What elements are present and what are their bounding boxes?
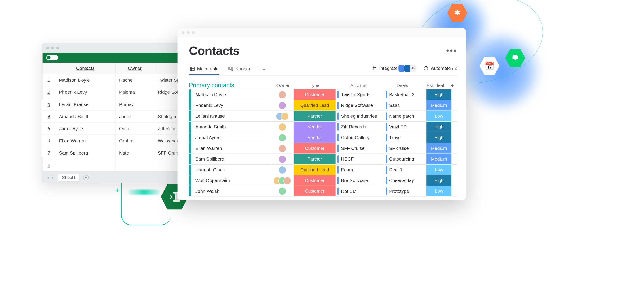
owner-cell[interactable]	[271, 111, 294, 121]
owner-cell[interactable]	[271, 132, 294, 143]
owner-avatars[interactable]	[278, 155, 286, 163]
deals-cell[interactable]: Name patch	[384, 111, 426, 121]
integrate-button[interactable]: Integrate +2	[372, 65, 417, 72]
board-title[interactable]: Contacts	[189, 44, 240, 58]
excel-cell[interactable]: Sam Spillberg	[56, 147, 116, 159]
table-row[interactable]: Wolf Oppenhaim Customer Bre Software Che…	[189, 175, 457, 186]
type-cell[interactable]: Customer	[294, 90, 336, 100]
table-row[interactable]: Madison Doyle Customer Twister Sports Ba…	[189, 89, 457, 100]
type-cell[interactable]: Partner	[294, 154, 336, 164]
account-cell[interactable]: Sheleg Industries	[336, 111, 384, 121]
est-deal-cell[interactable]: Medium	[426, 154, 452, 164]
item-name-cell[interactable]: Sam Spillberg	[191, 154, 271, 164]
excel-cell[interactable]: Paloma	[116, 86, 154, 98]
type-cell[interactable]: Vendor	[294, 122, 336, 132]
type-cell[interactable]: Customer	[294, 175, 336, 186]
table-row[interactable]: Phoenix Levy Qualified Lead Ridge Softwa…	[189, 100, 457, 110]
excel-cell[interactable]: Leilani Krause	[56, 98, 116, 110]
account-cell[interactable]: Galbu Gallery	[336, 132, 384, 143]
add-sheet-button[interactable]: +	[83, 174, 89, 180]
type-cell[interactable]: Customer	[294, 143, 336, 154]
add-view-button[interactable]: +	[260, 65, 268, 73]
owner-cell[interactable]	[271, 164, 294, 175]
excel-cell[interactable]: Jamal Ayers	[56, 123, 116, 135]
item-name-cell[interactable]: John Walsh	[191, 186, 271, 196]
owner-avatars[interactable]	[276, 112, 289, 120]
item-name-cell[interactable]: Elian Warren	[191, 143, 271, 154]
column-header-type[interactable]: Type	[294, 83, 335, 88]
column-header-est-deal[interactable]: Est. deal	[423, 83, 448, 88]
item-name-cell[interactable]: Amanda Smith	[191, 122, 271, 132]
item-name-cell[interactable]: Wolf Oppenhaim	[191, 175, 271, 186]
excel-cell[interactable]: Rachel	[116, 74, 154, 86]
est-deal-cell[interactable]: Low	[426, 164, 452, 175]
account-cell[interactable]: Bre Software	[336, 175, 384, 186]
owner-cell[interactable]	[271, 186, 294, 196]
item-name-cell[interactable]: Jamal Ayers	[191, 132, 271, 143]
account-cell[interactable]: Ecom	[336, 164, 384, 175]
sheet-nav-arrows[interactable]: ◂ ▸	[47, 175, 54, 180]
table-row[interactable]: Elian Warren Customer SFF Cruise SF crui…	[189, 143, 457, 154]
tab-kanban[interactable]: Kanban	[227, 63, 252, 75]
est-deal-cell[interactable]: High	[426, 90, 452, 100]
account-cell[interactable]: HBCF	[336, 154, 384, 164]
excel-cell[interactable]: Madison Doyle	[56, 74, 116, 86]
group-title[interactable]: Primary contacts	[189, 82, 272, 89]
excel-column-header[interactable]: Owner	[116, 63, 154, 74]
est-deal-cell[interactable]: High	[426, 122, 452, 132]
deals-cell[interactable]: SF cruise	[384, 143, 426, 154]
table-row[interactable]: John Walsh Customer Rot EM Prototype Low	[189, 186, 457, 196]
owner-avatars[interactable]	[278, 91, 286, 99]
owner-cell[interactable]	[271, 100, 294, 110]
excel-cell[interactable]: Pranav	[116, 98, 154, 110]
excel-cell[interactable]: Omri	[116, 123, 154, 135]
owner-avatars[interactable]	[278, 187, 286, 195]
deals-cell[interactable]: Cheese day	[384, 175, 426, 186]
deals-cell[interactable]: Vinyl EP	[384, 122, 426, 132]
table-row[interactable]: Amanda Smith Vendor Zift Records Vinyl E…	[189, 121, 457, 132]
type-cell[interactable]: Qualified Lead	[294, 164, 336, 175]
table-row[interactable]: Jamal Ayers Vendor Galbu Gallery Trays H…	[189, 132, 457, 143]
owner-avatars[interactable]	[278, 123, 286, 131]
item-name-cell[interactable]: Hannah Gluck	[191, 164, 271, 175]
excel-cell[interactable]: Grahm	[116, 135, 154, 147]
excel-cell[interactable]: Amanda Smith	[56, 110, 116, 122]
board-more-menu[interactable]: •••	[446, 46, 457, 56]
owner-cell[interactable]	[271, 90, 294, 100]
item-name-cell[interactable]: Leilani Krause	[191, 111, 271, 121]
excel-cell[interactable]: Nate	[116, 147, 154, 159]
est-deal-cell[interactable]: Medium	[426, 100, 452, 110]
excel-cell[interactable]: Justin	[116, 110, 154, 122]
column-header-deals[interactable]: Deals	[382, 83, 423, 88]
deals-cell[interactable]: Basketball 2	[384, 90, 426, 100]
item-name-cell[interactable]: Phoenix Levy	[191, 100, 271, 110]
deals-cell[interactable]: Outsourcing	[384, 154, 426, 164]
owner-avatars[interactable]	[278, 166, 286, 174]
tab-main-table[interactable]: Main table	[189, 63, 219, 75]
excel-column-header[interactable]: Contacts	[56, 63, 116, 74]
excel-toggle[interactable]	[46, 55, 58, 60]
est-deal-cell[interactable]: Low	[426, 186, 452, 196]
table-row[interactable]: Sam Spillberg Partner HBCF Outsourcing M…	[189, 154, 457, 164]
owner-cell[interactable]	[271, 122, 294, 132]
deals-cell[interactable]: Deal 1	[384, 164, 426, 175]
owner-avatars[interactable]	[278, 102, 286, 109]
deals-cell[interactable]: Trays	[384, 132, 426, 143]
account-cell[interactable]: Rot EM	[336, 186, 384, 196]
est-deal-cell[interactable]: High	[426, 132, 452, 143]
deals-cell[interactable]: Saas	[384, 100, 426, 110]
type-cell[interactable]: Vendor	[294, 132, 336, 143]
owner-avatars[interactable]	[278, 134, 286, 142]
account-cell[interactable]: Ridge Software	[336, 100, 384, 110]
account-cell[interactable]: Zift Records	[336, 122, 384, 132]
add-column-button[interactable]: +	[448, 83, 457, 88]
type-cell[interactable]: Partner	[294, 111, 336, 121]
sheet-tab[interactable]: Sheet1	[58, 173, 80, 181]
account-cell[interactable]: Twister Sports	[336, 90, 384, 100]
item-name-cell[interactable]: Madison Doyle	[191, 90, 271, 100]
account-cell[interactable]: SFF Cruise	[336, 143, 384, 154]
excel-cell[interactable]: Elian Warren	[56, 135, 116, 147]
column-header-account[interactable]: Account	[335, 83, 382, 88]
owner-cell[interactable]	[271, 154, 294, 164]
type-cell[interactable]: Customer	[294, 186, 336, 196]
